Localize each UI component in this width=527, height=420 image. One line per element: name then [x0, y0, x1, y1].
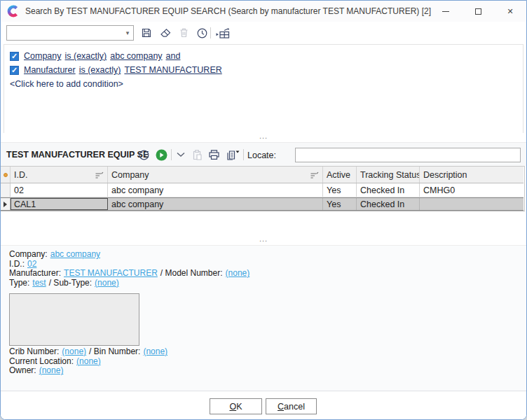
- paste-button[interactable]: [189, 147, 205, 162]
- print-button[interactable]: [206, 147, 221, 162]
- model-number-link[interactable]: (none): [226, 268, 250, 278]
- splitter-handle[interactable]: ...: [1, 133, 526, 142]
- cell-id[interactable]: 02: [11, 183, 108, 197]
- results-title: TEST MANUFACTURER EQUIP SE: [6, 150, 149, 160]
- saved-search-input[interactable]: [7, 27, 122, 39]
- detail-label: Company:: [9, 249, 48, 259]
- cell-active[interactable]: Yes: [323, 183, 357, 197]
- condition-row: Company is (exactly) abc company and: [10, 49, 517, 63]
- minimize-button[interactable]: [430, 1, 462, 22]
- cell-tracking-status[interactable]: Checked In: [357, 198, 420, 210]
- column-header-label: Active: [327, 170, 350, 180]
- cell-description[interactable]: [420, 198, 523, 210]
- cancel-label: ancel: [284, 402, 305, 412]
- condition-operator-link[interactable]: is (exactly): [65, 51, 107, 61]
- results-separator: [171, 149, 172, 160]
- cell-tracking-status[interactable]: Checked In: [357, 183, 420, 197]
- row-indicator-cell: [1, 198, 11, 210]
- open-in-grid-button[interactable]: [214, 24, 232, 41]
- sort-icon: [310, 171, 319, 179]
- detail-type-subtype: Type:test/ Sub-Type:(none): [9, 279, 526, 288]
- current-location-link[interactable]: (none): [76, 356, 101, 366]
- condition-value-link[interactable]: TEST MANUFACTURER: [124, 65, 221, 75]
- delete-icon: [179, 27, 189, 38]
- ok-button[interactable]: OK: [210, 398, 262, 414]
- detail-label: / Sub-Type:: [49, 278, 92, 288]
- column-header-company[interactable]: Company: [108, 167, 323, 183]
- copy-button[interactable]: [223, 147, 241, 162]
- saved-search-combo[interactable]: ▾: [6, 25, 134, 41]
- column-header-label: I.D.: [14, 170, 27, 180]
- grid-row[interactable]: 02 abc company Yes Checked In CMHG0: [1, 183, 523, 197]
- expand-button[interactable]: [174, 147, 187, 162]
- condition-checkbox[interactable]: [10, 66, 19, 75]
- detail-label: Crib Number:: [9, 346, 59, 356]
- print-icon: [208, 149, 220, 160]
- grid-indicator-header: [1, 167, 11, 183]
- search-history-button[interactable]: [194, 24, 210, 41]
- conditions-panel: Company is (exactly) abc company and Man…: [4, 44, 523, 134]
- history-icon: [196, 27, 208, 39]
- cell-active[interactable]: Yes: [323, 198, 357, 210]
- detail-crib-bin: Crib Number:(none)/ Bin Number:(none): [9, 347, 526, 357]
- delete-search-button[interactable]: [176, 24, 191, 41]
- clear-search-button[interactable]: [158, 24, 173, 41]
- run-icon: [156, 149, 167, 161]
- combo-dropdown-icon[interactable]: ▾: [122, 29, 133, 36]
- splitter-handle[interactable]: ...: [1, 236, 526, 245]
- grid-header-row: I.D. Company Active Tracking Status Desc…: [1, 167, 523, 183]
- cell-company[interactable]: abc company: [108, 183, 323, 197]
- minimize-icon: [442, 11, 449, 12]
- company-link[interactable]: abc company: [50, 249, 100, 259]
- details-panel: Company:abc company I.D.:02 Manufacturer…: [1, 245, 526, 391]
- condition-value-link[interactable]: abc company: [110, 51, 162, 61]
- cell-description[interactable]: CMHG0: [420, 183, 523, 197]
- toolbar-separator: [210, 27, 211, 38]
- titlebar: Search By TEST MANUFACTURER EQUIP SEARCH…: [1, 1, 526, 22]
- column-header-label: Tracking Status: [360, 170, 420, 180]
- equipment-image-placeholder: [9, 293, 139, 346]
- condition-field-link[interactable]: Manufacturer: [24, 65, 76, 75]
- filter-active-icon: [4, 173, 8, 177]
- maximize-button[interactable]: [462, 1, 494, 22]
- app-logo-icon: [7, 5, 20, 18]
- locate-label: Locate:: [247, 150, 276, 160]
- condition-checkbox[interactable]: [10, 52, 19, 61]
- cancel-button[interactable]: Cancel: [266, 398, 317, 414]
- detail-id: I.D.:02: [9, 260, 526, 270]
- column-header-label: Description: [423, 170, 467, 180]
- maximize-icon: [475, 8, 481, 15]
- results-history-button[interactable]: [136, 147, 151, 162]
- cell-company[interactable]: abc company: [108, 198, 323, 210]
- close-icon: ✕: [507, 8, 513, 15]
- row-indicator-cell: [1, 183, 11, 197]
- results-separator: [243, 149, 244, 160]
- locate-input[interactable]: [295, 148, 521, 162]
- condition-conjunction-link[interactable]: and: [166, 51, 181, 61]
- bin-number-link[interactable]: (none): [143, 346, 167, 356]
- condition-operator-link[interactable]: is (exactly): [79, 65, 121, 75]
- crib-number-link[interactable]: (none): [62, 346, 86, 356]
- subtype-link[interactable]: (none): [95, 278, 119, 288]
- search-dialog-window: Search By TEST MANUFACTURER EQUIP SEARCH…: [0, 0, 527, 420]
- id-link[interactable]: 02: [27, 259, 36, 269]
- type-link[interactable]: test: [32, 278, 46, 288]
- column-header-tracking-status[interactable]: Tracking Status: [357, 167, 420, 183]
- owner-link[interactable]: (none): [39, 365, 64, 375]
- condition-field-link[interactable]: Company: [24, 51, 62, 61]
- grid-row-selected[interactable]: CAL1 abc company Yes Checked In: [1, 197, 523, 211]
- column-header-id[interactable]: I.D.: [11, 167, 108, 183]
- run-search-button[interactable]: [153, 147, 169, 162]
- column-header-label: Company: [111, 170, 149, 180]
- column-header-active[interactable]: Active: [323, 167, 357, 183]
- add-condition-link[interactable]: <Click here to add condition>: [10, 77, 517, 91]
- window-title: Search By TEST MANUFACTURER EQUIP SEARCH…: [25, 6, 431, 16]
- save-search-button[interactable]: [139, 24, 154, 41]
- manufacturer-link[interactable]: TEST MANUFACTURER: [64, 268, 158, 278]
- detail-label: Current Location:: [9, 356, 74, 366]
- ok-label: K: [236, 402, 242, 412]
- copy-icon: [225, 149, 240, 161]
- column-header-description[interactable]: Description: [420, 167, 523, 183]
- close-button[interactable]: ✕: [494, 1, 526, 22]
- cell-id[interactable]: CAL1: [11, 198, 108, 210]
